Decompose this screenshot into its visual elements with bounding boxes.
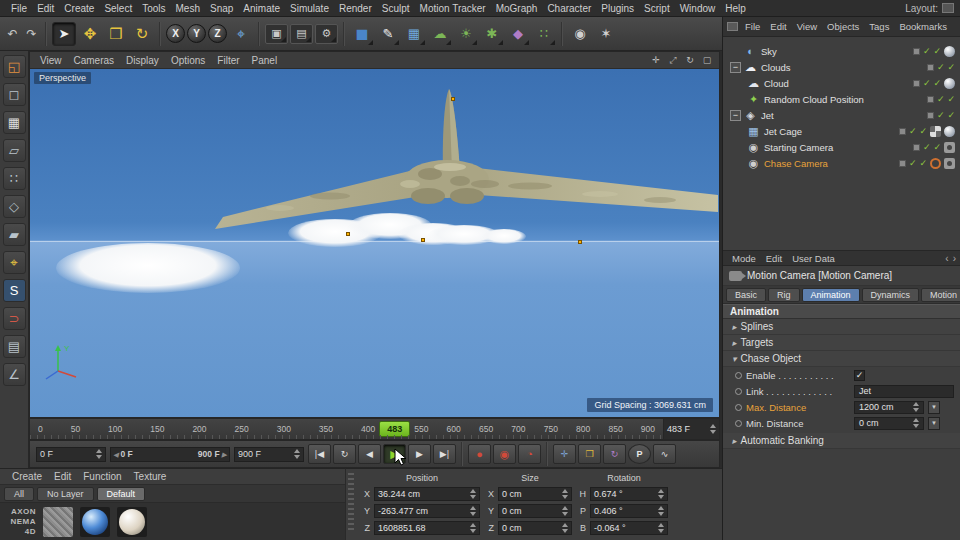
timeline-end-field[interactable]: 900 F	[234, 447, 304, 462]
snap-magnet-icon[interactable]: ⊃	[3, 307, 26, 330]
current-frame-field[interactable]: 483 F	[663, 419, 719, 439]
object-manager-menu-item[interactable]: Bookmarks	[894, 21, 952, 32]
object-row-starting-camera[interactable]: Starting Camera	[723, 139, 960, 155]
autokeying-button[interactable]: ◉	[493, 444, 516, 464]
editor-visibility-toggle[interactable]	[909, 127, 917, 136]
undo-icon[interactable]: ↶	[4, 22, 21, 46]
group-targets[interactable]: Targets	[723, 335, 960, 351]
panel-icon[interactable]	[727, 22, 738, 31]
layer-chip[interactable]	[913, 144, 920, 151]
camera-button[interactable]: ◉	[568, 22, 592, 46]
workplane-mode-icon[interactable]: ▱	[3, 139, 26, 162]
material-menu-item[interactable]: Function	[77, 471, 127, 482]
menubar-item[interactable]: MoGraph	[491, 3, 543, 14]
record-parameter-button[interactable]: P	[628, 444, 651, 464]
editor-visibility-toggle[interactable]	[923, 47, 931, 56]
model-mode-icon[interactable]: ◻	[3, 83, 26, 106]
render-visibility-toggle[interactable]	[919, 159, 927, 168]
object-row-sky[interactable]: Sky	[723, 43, 960, 59]
texture-mode-icon[interactable]: ▦	[3, 111, 26, 134]
menubar-item[interactable]: Render	[334, 3, 377, 14]
menubar-item[interactable]: Select	[99, 3, 137, 14]
preview-range-slider[interactable]: 0 F 900 F	[110, 447, 230, 462]
object-row-cloud[interactable]: Cloud	[723, 75, 960, 91]
layer-chip[interactable]	[927, 64, 934, 71]
viewport-menu-item[interactable]: Display	[120, 55, 165, 66]
menubar-item[interactable]: Mesh	[171, 3, 205, 14]
render-visibility-toggle[interactable]	[933, 79, 941, 88]
keyframe-dot-icon[interactable]	[735, 388, 742, 395]
timeline-start-field[interactable]: 0 F	[36, 447, 106, 462]
object-manager-menu-item[interactable]: View	[792, 21, 822, 32]
current-frame-marker[interactable]: 483	[379, 421, 410, 437]
layer-chip[interactable]	[899, 160, 906, 167]
play-loop-button[interactable]: ↻	[333, 444, 356, 464]
material-thumb-noise[interactable]	[43, 507, 73, 537]
render-visibility-toggle[interactable]	[919, 127, 927, 136]
tab-basic[interactable]: Basic	[726, 288, 766, 302]
history-back-icon[interactable]: ‹	[945, 253, 948, 264]
record-keyframe-button[interactable]: ●	[468, 444, 491, 464]
layer-chip[interactable]	[913, 48, 920, 55]
record-position-button[interactable]: ✛	[553, 444, 576, 464]
object-handle[interactable]	[346, 232, 350, 236]
viewport-menu-item[interactable]: Cameras	[68, 55, 121, 66]
editor-visibility-toggle[interactable]	[923, 79, 931, 88]
jet-model[interactable]	[30, 69, 719, 417]
layout-selector-icon[interactable]	[942, 3, 954, 13]
viewport-menu-item[interactable]: Options	[165, 55, 211, 66]
render-settings-button[interactable]: ⚙	[315, 24, 338, 44]
keyframe-dot-icon[interactable]	[735, 404, 742, 411]
layer-chip[interactable]	[913, 80, 920, 87]
subdivision-surface-button[interactable]: ▦	[402, 22, 426, 46]
position-z-field[interactable]: 1608851.68	[374, 521, 480, 535]
layer-chip[interactable]	[927, 112, 934, 119]
link-field[interactable]: Jet	[854, 385, 954, 398]
editor-visibility-toggle[interactable]	[909, 159, 917, 168]
rotate-view-icon[interactable]: ↻	[682, 53, 698, 67]
position-x-field[interactable]: 36.244 cm	[374, 487, 480, 501]
tab-motion[interactable]: Motion	[921, 288, 960, 302]
size-y-field[interactable]: 0 cm	[498, 504, 572, 518]
environment-button[interactable]: ☁	[428, 22, 452, 46]
attribute-menu-item[interactable]: User Data	[787, 253, 840, 264]
convert-object-icon[interactable]: ◱	[3, 55, 26, 78]
layer-chip[interactable]	[927, 96, 934, 103]
start-frame-stepper[interactable]	[96, 449, 102, 459]
keyframe-dot-icon[interactable]	[735, 420, 742, 427]
menubar-item[interactable]: Simulate	[285, 3, 334, 14]
layer-tab-all[interactable]: All	[4, 487, 34, 501]
y-axis-lock-button[interactable]: Y	[187, 24, 206, 43]
group-automatic-banking[interactable]: Automatic Banking	[723, 433, 960, 449]
object-row-clouds[interactable]: Clouds	[723, 59, 960, 75]
array-button[interactable]: ∷	[532, 22, 556, 46]
pan-view-icon[interactable]: ✛	[648, 53, 664, 67]
menubar-item[interactable]: Snap	[205, 3, 238, 14]
collapse-toggle-icon[interactable]	[730, 62, 741, 73]
tab-animation[interactable]: Animation	[802, 288, 860, 302]
object-handle[interactable]	[578, 240, 582, 244]
range-start-handle[interactable]: 0 F	[113, 449, 133, 459]
object-handle[interactable]	[451, 97, 455, 101]
attribute-menu-item[interactable]: Edit	[761, 253, 787, 264]
range-end-handle[interactable]: 900 F	[198, 449, 227, 459]
add-primitive-button[interactable]: ◼	[350, 22, 374, 46]
workplane-lock-icon[interactable]: ▤	[3, 335, 26, 358]
render-visibility-toggle[interactable]	[947, 95, 955, 104]
x-axis-lock-button[interactable]: X	[166, 24, 185, 43]
physical-sky-button[interactable]: ☀	[454, 22, 478, 46]
render-visibility-toggle[interactable]	[947, 63, 955, 72]
layer-tab-default[interactable]: Default	[97, 487, 146, 501]
collapse-toggle-icon[interactable]	[730, 110, 741, 121]
go-to-end-button[interactable]: ▶|	[433, 444, 456, 464]
object-manager-menu-item[interactable]: Edit	[765, 21, 791, 32]
layer-tab-no-layer[interactable]: No Layer	[37, 487, 94, 501]
target-tag-icon[interactable]	[930, 158, 941, 169]
texture-tag-icon[interactable]	[944, 46, 955, 57]
object-manager-menu-item[interactable]: Objects	[822, 21, 864, 32]
editor-visibility-toggle[interactable]	[937, 95, 945, 104]
render-visibility-toggle[interactable]	[933, 143, 941, 152]
menubar-item[interactable]: Script	[639, 3, 675, 14]
menubar-item[interactable]: Sculpt	[377, 3, 415, 14]
max-distance-dropdown-icon[interactable]	[928, 401, 940, 414]
